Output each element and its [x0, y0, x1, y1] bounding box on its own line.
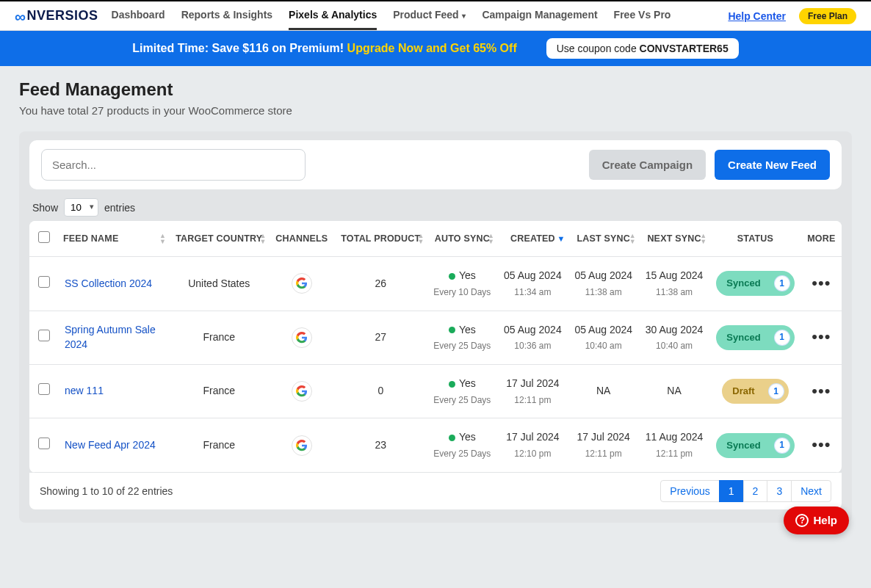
nav-dashboard[interactable]: Dashboard — [112, 1, 165, 30]
cell-last-sync: NA — [568, 365, 639, 418]
pagination: Previous 1 2 3 Next — [661, 480, 831, 502]
cell-country: France — [169, 311, 269, 364]
page-length-select[interactable]: 10 — [64, 198, 98, 217]
nav-pixels[interactable]: Pixels & Analytics — [289, 1, 377, 30]
col-auto-sync: AUTO SYNC▲▼ — [427, 221, 497, 257]
nav-free-vs-pro[interactable]: Free Vs Pro — [614, 1, 671, 30]
nav-campaign[interactable]: Campaign Management — [482, 1, 597, 30]
help-fab[interactable]: ? Help — [784, 507, 849, 534]
table-row: New Feed Apr 2024France23YesEvery 25 Day… — [29, 418, 842, 472]
col-more: MORE — [801, 221, 842, 257]
cell-country: France — [169, 418, 269, 472]
cell-country: France — [169, 365, 269, 418]
promo-text: Limited Time: Save $116 on Premium! Upgr… — [132, 42, 516, 55]
table-row: Spring Autumn Sale 2024France27YesEvery … — [29, 311, 842, 364]
cell-last-sync: 17 Jul 202412:11 pm — [568, 418, 639, 472]
google-channel-icon — [292, 435, 312, 456]
page-title: Feed Management — [19, 79, 852, 100]
page-next[interactable]: Next — [791, 480, 831, 502]
length-control: Show 10 entries — [29, 189, 842, 221]
cell-total: 27 — [334, 311, 427, 364]
promo-cta[interactable]: Upgrade Now and Get 65% Off — [347, 42, 517, 54]
cell-total: 0 — [334, 365, 427, 418]
col-channels: CHANNELS — [269, 221, 334, 257]
cell-next-sync: 30 Aug 202410:40 am — [639, 311, 709, 364]
cell-last-sync: 05 Aug 202410:40 am — [568, 311, 639, 364]
col-created: CREATED▼ — [497, 221, 568, 257]
cell-auto-sync: YesEvery 25 Days — [427, 418, 497, 472]
plan-badge[interactable]: Free Plan — [799, 8, 856, 24]
cell-country: United States — [169, 257, 269, 311]
select-all-checkbox[interactable] — [38, 231, 50, 243]
table-row: SS Collection 2024United States26YesEver… — [29, 257, 842, 311]
search-input[interactable] — [41, 149, 306, 181]
more-menu-button[interactable]: ••• — [812, 327, 831, 346]
more-menu-button[interactable]: ••• — [812, 382, 831, 400]
google-channel-icon — [292, 381, 312, 402]
cell-auto-sync: YesEvery 25 Days — [427, 365, 497, 418]
cell-next-sync: 15 Aug 202411:38 am — [639, 257, 709, 311]
cell-created: 05 Aug 202410:36 am — [497, 311, 568, 364]
page-1[interactable]: 1 — [719, 480, 744, 502]
cell-created: 17 Jul 202412:11 pm — [497, 365, 568, 418]
cell-next-sync: 11 Aug 202412:11 pm — [639, 418, 709, 472]
col-next-sync: NEXT SYNC▲▼ — [639, 221, 709, 257]
table-row: new 111France0YesEvery 25 Days17 Jul 202… — [29, 365, 842, 418]
cell-created: 17 Jul 202412:10 pm — [497, 418, 568, 472]
feed-name-link[interactable]: new 111 — [65, 385, 104, 396]
row-checkbox[interactable] — [38, 438, 50, 449]
help-center-link[interactable]: Help Center — [728, 10, 786, 22]
cell-auto-sync: YesEvery 10 Days — [427, 257, 497, 311]
main-nav: Dashboard Reports & Insights Pixels & An… — [112, 1, 715, 30]
col-country: TARGET COUNTRY▲▼ — [169, 221, 269, 257]
table-footer: Showing 1 to 10 of 22 entries Previous 1… — [29, 473, 842, 509]
status-badge: Synced1 — [716, 271, 794, 296]
page-2[interactable]: 2 — [743, 480, 768, 502]
cell-created: 05 Aug 202411:34 am — [497, 257, 568, 311]
row-checkbox[interactable] — [38, 383, 50, 395]
logo: ∞NVERSIOS — [15, 7, 98, 25]
col-total: TOTAL PRODUCT▲▼ — [334, 221, 427, 257]
col-last-sync: LAST SYNC▲▼ — [568, 221, 639, 257]
coupon-box: Use coupon code CONVSTARTER65 — [546, 38, 739, 59]
col-feed-name: FEED NAME▲▼ — [59, 221, 169, 257]
nav-product-feed[interactable]: Product Feed ▾ — [393, 1, 466, 30]
feed-name-link[interactable]: New Feed Apr 2024 — [65, 439, 156, 451]
col-status: STATUS — [709, 221, 800, 257]
more-menu-button[interactable]: ••• — [812, 274, 831, 292]
status-badge: Draft1 — [722, 379, 788, 404]
page-prev[interactable]: Previous — [660, 480, 719, 502]
more-menu-button[interactable]: ••• — [812, 435, 831, 454]
google-channel-icon — [292, 327, 312, 348]
row-checkbox[interactable] — [38, 330, 50, 341]
cell-auto-sync: YesEvery 25 Days — [427, 311, 497, 364]
feed-name-link[interactable]: Spring Autumn Sale 2024 — [65, 324, 156, 350]
chevron-down-icon: ▾ — [460, 12, 466, 20]
status-badge: Synced1 — [716, 433, 794, 458]
feed-table: FEED NAME▲▼ TARGET COUNTRY▲▼ CHANNELS TO… — [29, 221, 842, 473]
top-nav: ∞NVERSIOS Dashboard Reports & Insights P… — [0, 1, 871, 31]
status-badge: Synced1 — [716, 325, 794, 350]
row-checkbox[interactable] — [38, 276, 50, 288]
nav-reports[interactable]: Reports & Insights — [181, 1, 272, 30]
cell-last-sync: 05 Aug 202411:38 am — [568, 257, 639, 311]
page-3[interactable]: 3 — [767, 480, 792, 502]
page-subtitle: You have total 27 products in your WooCo… — [19, 104, 852, 117]
table-info: Showing 1 to 10 of 22 entries — [40, 485, 661, 497]
feed-name-link[interactable]: SS Collection 2024 — [65, 277, 152, 289]
feed-card: Create Campaign Create New Feed Show 10 … — [19, 131, 852, 523]
create-campaign-button[interactable]: Create Campaign — [589, 150, 706, 180]
cell-total: 23 — [334, 418, 427, 472]
cell-total: 26 — [334, 257, 427, 311]
cell-next-sync: NA — [639, 365, 709, 418]
toolbar: Create Campaign Create New Feed — [29, 140, 842, 189]
create-feed-button[interactable]: Create New Feed — [715, 150, 830, 180]
google-channel-icon — [292, 273, 312, 294]
promo-banner: Limited Time: Save $116 on Premium! Upgr… — [0, 31, 871, 66]
help-icon: ? — [795, 514, 809, 527]
